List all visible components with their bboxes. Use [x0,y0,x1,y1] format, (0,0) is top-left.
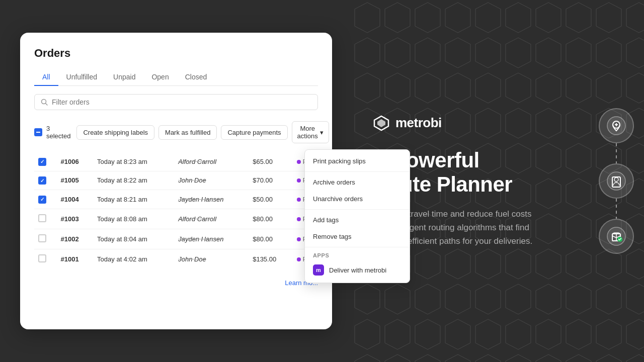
dropdown-apps-label: APPS [305,249,410,260]
order-date: Today at 8:23 am [93,152,174,171]
order-id: #1003 [57,209,94,229]
order-customer: John Doe [174,249,249,269]
search-bar [34,94,318,110]
selected-count: 3 selected [46,125,70,140]
table-row: #1002 Today at 8:04 am Jayden Hansen $80… [34,229,318,249]
order-amount: $65.00 [249,152,293,171]
tab-closed[interactable]: Closed [177,69,215,86]
metrobi-app-icon: m [313,264,324,276]
dropdown-divider-3 [305,247,410,247]
dropdown-divider-1 [305,171,410,172]
order-amount: $80.00 [249,229,293,249]
deliver-metrobi-label: Deliver with metrobi [329,266,386,274]
tab-all[interactable]: All [34,69,58,86]
row-checkbox-1003[interactable] [38,214,46,222]
orders-card: Orders All Unfulfilled Unpaid Open Close… [20,33,332,329]
dropdown-remove-tags[interactable]: Remove tags [305,228,410,245]
dropdown-print-packing-slips[interactable]: Print packing slips [305,153,410,169]
table-row: #1005 Today at 8:22 am John Doe $70.00 P [34,171,318,190]
left-panel: Orders All Unfulfilled Unpaid Open Close… [0,0,352,362]
more-actions-dropdown: Print packing slips Archive orders Unarc… [304,149,410,283]
row-checkbox-1006[interactable] [38,158,46,166]
mark-fulfilled-button[interactable]: Mark as fulfilled [158,125,217,140]
action-bar: 3 selected Create shipping labels Mark a… [34,117,318,147]
tab-unfulfilled[interactable]: Unfulfilled [58,69,105,86]
route-node-3 [599,219,634,254]
order-amount: $50.00 [249,190,293,209]
dropdown-divider-2 [305,209,410,210]
metrobi-logo-icon [372,114,390,132]
order-date: Today at 8:22 am [93,171,174,190]
order-id: #1002 [57,229,94,249]
route-node-2 [599,163,634,199]
logo-text: metrobi [395,115,442,131]
order-id: #1006 [57,152,94,171]
order-date: Today at 8:04 am [93,229,174,249]
order-date: Today at 4:02 am [93,249,174,269]
select-all-checkbox[interactable] [34,128,42,136]
table-row: #1003 Today at 8:08 am Alford Carroll $8… [34,209,318,229]
order-customer: Jayden Hansen [174,229,249,249]
chevron-down-icon: ▾ [320,129,324,136]
dropdown-deliver-metrobi[interactable]: m Deliver with metrobi [305,260,410,280]
row-checkbox-1002[interactable] [38,234,46,242]
order-id: #1004 [57,190,94,209]
order-date: Today at 8:08 am [93,209,174,229]
learn-more-link[interactable]: Learn mo... [34,279,318,287]
orders-title: Orders [34,47,318,60]
search-input[interactable] [52,98,311,106]
order-amount: $70.00 [249,171,293,190]
dropdown-add-tags[interactable]: Add tags [305,212,410,228]
order-date: Today at 8:21 am [93,190,174,209]
order-amount: $80.00 [249,209,293,229]
order-customer: Alford Carroll [174,152,249,171]
table-row: #1004 Today at 8:21 am Jayden Hansen $50… [34,190,318,209]
tabs: All Unfulfilled Unpaid Open Closed [34,69,318,86]
table-row: #1006 Today at 8:23 am Alford Carroll $6… [34,152,318,171]
more-actions-button[interactable]: More actions ▾ [292,121,329,143]
tab-unpaid[interactable]: Unpaid [105,69,143,86]
order-customer: Alford Carroll [174,209,249,229]
table-row: #1001 Today at 4:02 am John Doe $135.00 … [34,249,318,269]
svg-marker-5 [377,119,385,127]
tab-open[interactable]: Open [143,69,177,86]
route-visualization [599,108,634,254]
search-icon [41,99,48,106]
row-checkbox-1005[interactable] [38,176,46,185]
order-amount: $135.00 [249,249,293,269]
metrobi-logo: metrobi [372,114,614,132]
orders-table: #1006 Today at 8:23 am Alford Carroll $6… [34,152,318,269]
route-line-1 [616,143,617,163]
dropdown-unarchive-orders[interactable]: Unarchive orders [305,191,410,207]
route-node-1 [599,108,634,143]
capture-payments-button[interactable]: Capture payments [221,125,287,140]
create-shipping-labels-button[interactable]: Create shipping labels [76,125,154,140]
row-checkbox-1004[interactable] [38,196,46,204]
order-customer: Jayden Hansen [174,190,249,209]
order-id: #1005 [57,171,94,190]
row-checkbox-1001[interactable] [38,254,46,262]
route-line-2 [616,199,617,219]
dropdown-archive-orders[interactable]: Archive orders [305,174,410,191]
svg-line-1 [46,104,48,106]
order-customer: John Doe [174,171,249,190]
order-id: #1001 [57,249,94,269]
